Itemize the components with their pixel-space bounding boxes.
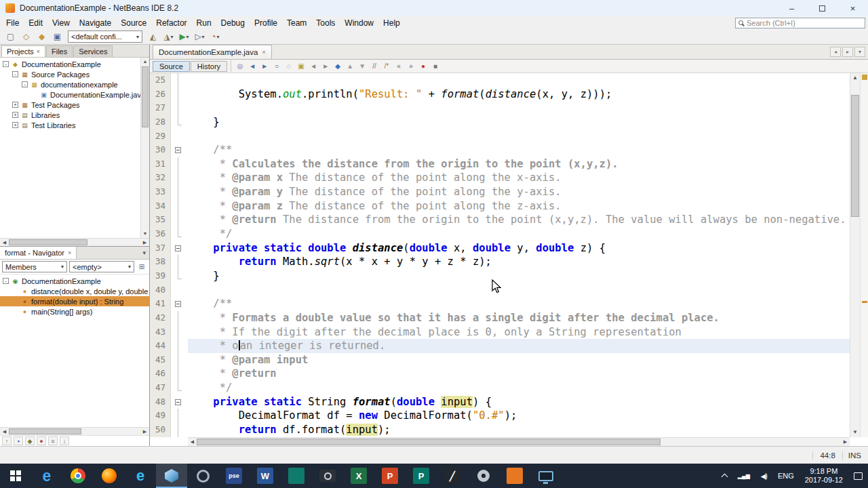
history-view-button[interactable]: History [191, 61, 227, 72]
line-number[interactable]: 44 [150, 339, 171, 353]
start-macro-icon[interactable]: ● [417, 61, 429, 72]
scrollbar-thumb[interactable] [9, 428, 81, 434]
code-text[interactable]: * @return [188, 367, 850, 381]
code-line[interactable]: 49 DecimalFormat df = new DecimalFormat(… [150, 409, 850, 423]
excel-icon[interactable]: X [343, 464, 374, 488]
scroll-right-icon[interactable]: ▶ [841, 438, 850, 446]
caret-line-mark[interactable] [862, 301, 867, 303]
scrollbar-thumb[interactable] [851, 95, 859, 217]
quick-search[interactable] [735, 18, 865, 28]
firefox-icon[interactable] [94, 464, 125, 488]
code-text[interactable]: */ [188, 381, 850, 395]
close-icon[interactable]: × [37, 48, 40, 55]
menu-view[interactable]: View [47, 18, 75, 28]
menu-help[interactable]: Help [378, 18, 405, 28]
code-text[interactable]: * Formats a double value so that it has … [188, 311, 850, 325]
network-button[interactable]: ▂▄▆ [732, 464, 755, 488]
line-number[interactable]: 29 [150, 129, 171, 144]
edge-icon[interactable]: e [31, 464, 62, 488]
next-bookmark-icon[interactable]: ► [319, 61, 332, 72]
line-number[interactable]: 26 [150, 87, 171, 102]
navigator-horizontal-scrollbar[interactable]: ◀ ▶ [0, 427, 149, 435]
code-line[interactable]: 48 private static String format(double i… [150, 395, 850, 409]
forward-icon[interactable]: ► [258, 61, 271, 72]
error-stripe[interactable] [860, 73, 868, 437]
debug-project-icon[interactable]: ▷▾ [192, 30, 208, 43]
scroll-tabs-right-icon[interactable]: ▸ [842, 47, 853, 57]
show-static-members-icon[interactable]: ◆ [25, 436, 35, 445]
scrollbar-track[interactable] [197, 438, 841, 446]
code-text[interactable]: return df.format(input); [188, 423, 850, 437]
line-number[interactable]: 45 [150, 353, 171, 367]
sort-alphabetically-icon[interactable]: ≡ [48, 436, 58, 445]
code-text[interactable]: * @return The distance from the origin t… [188, 213, 850, 227]
menu-edit[interactable]: Edit [24, 18, 47, 28]
scroll-up-icon[interactable]: ▲ [141, 58, 149, 66]
expand-icon[interactable]: + [12, 112, 18, 118]
error-status-icon[interactable] [862, 75, 867, 80]
code-line[interactable]: 46 * @return [150, 367, 850, 381]
window-titlebar[interactable]: DocumentationExample - NetBeans IDE 8.2 … [0, 0, 868, 16]
code-line[interactable]: 28 } [150, 115, 850, 129]
scrollbar-thumb[interactable] [9, 239, 87, 245]
code-editor[interactable]: 2526 System.out.println("Result: " + for… [150, 73, 868, 437]
new-project-icon[interactable]: ◇ [18, 30, 34, 43]
code-text[interactable] [188, 73, 850, 87]
toggle-bookmark-icon[interactable]: ◆ [332, 61, 344, 72]
code-text[interactable]: * @param input [188, 353, 850, 367]
menu-run[interactable]: Run [192, 18, 216, 28]
build-project-icon[interactable]: ◭ [145, 30, 161, 43]
menu-window[interactable]: Window [340, 18, 378, 28]
scroll-left-icon[interactable]: ◀ [0, 239, 9, 246]
publisher-icon[interactable]: P [406, 464, 437, 488]
code-text[interactable]: private static double distance(double x,… [188, 241, 850, 256]
scroll-tabs-left-icon[interactable]: ◂ [830, 47, 841, 57]
code-text[interactable]: /** [188, 297, 850, 311]
code-line[interactable]: 25 [150, 73, 850, 87]
code-line[interactable]: 29 [150, 129, 850, 144]
code-text[interactable]: * oan integer is returned. [188, 339, 850, 353]
powerpoint-icon[interactable]: P [374, 464, 406, 488]
show-non-public-icon[interactable]: ● [37, 436, 46, 445]
sort-by-source-icon[interactable]: ↓ [60, 436, 69, 445]
projects-horizontal-scrollbar[interactable]: ◀ ▶ [0, 238, 149, 246]
code-text[interactable]: /** [188, 143, 850, 157]
collapse-icon[interactable]: - [22, 81, 28, 87]
start-button[interactable] [0, 464, 31, 488]
navigator-tab[interactable]: format - Navigator × [0, 247, 77, 259]
editor-vertical-scrollbar[interactable]: ▲ ▼ [850, 73, 860, 437]
scrollbar-track[interactable] [9, 239, 140, 246]
fold-collapse-icon[interactable] [175, 399, 181, 405]
tray-expand-button[interactable] [717, 464, 732, 488]
code-line[interactable]: 37 private static double distance(double… [150, 241, 850, 256]
code-line[interactable]: 45 * @param input [150, 353, 850, 367]
close-icon[interactable]: × [262, 49, 265, 56]
clock[interactable]: 9:18 PM 2017-09-12 [800, 464, 848, 488]
tree-item[interactable]: -◆DocumentationExample [0, 59, 149, 69]
line-number[interactable]: 30 [150, 143, 171, 157]
code-text[interactable]: * Calculates the distance from the origi… [188, 157, 850, 171]
close-icon[interactable]: × [68, 249, 71, 256]
code-text[interactable]: * @param z The distance of the point alo… [188, 199, 850, 214]
scroll-right-icon[interactable]: ▶ [140, 428, 149, 435]
code-line[interactable]: 38 return Math.sqrt(x * x + y * y + z * … [150, 255, 850, 269]
minimize-button[interactable]: – [776, 0, 807, 16]
maximize-button[interactable] [807, 0, 837, 16]
scrollbar-track[interactable] [9, 428, 140, 435]
code-text[interactable] [188, 129, 850, 144]
line-number[interactable]: 43 [150, 325, 171, 340]
menu-file[interactable]: File [1, 18, 24, 28]
line-number[interactable]: 48 [150, 395, 171, 409]
line-number[interactable]: 50 [150, 423, 171, 437]
code-text[interactable]: */ [188, 227, 850, 241]
tab-documentationexample-java[interactable]: DocumentationExample.java × [153, 45, 272, 59]
menu-debug[interactable]: Debug [216, 18, 250, 28]
pse-app-icon[interactable]: pse [218, 464, 250, 488]
tree-item[interactable]: ●main(String[] args) [0, 306, 149, 317]
code-line[interactable]: 30 /** [150, 143, 850, 157]
code-text[interactable] [188, 101, 850, 115]
find-occurrences-icon[interactable]: ◌ [283, 61, 295, 72]
code-line[interactable]: 44 * oan integer is returned. [150, 339, 850, 353]
last-edit-icon[interactable]: ◎ [234, 61, 246, 72]
scroll-up-icon[interactable]: ▲ [850, 73, 860, 83]
